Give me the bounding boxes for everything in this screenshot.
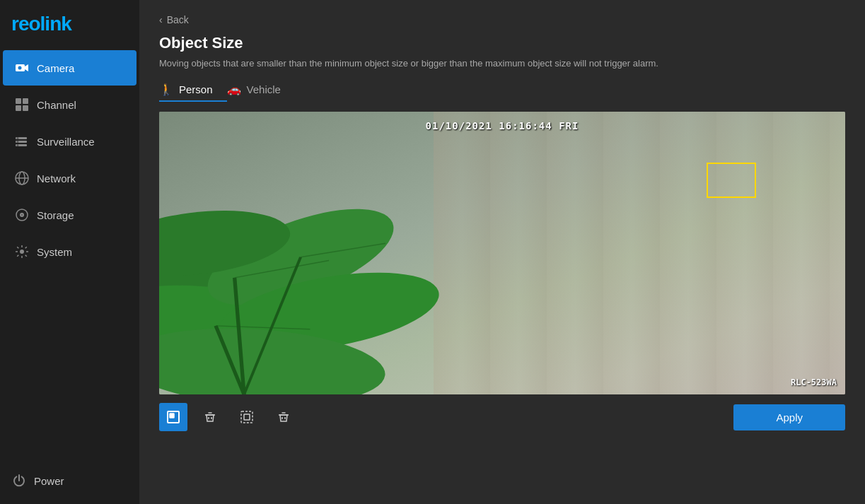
tab-person[interactable]: 🚶 Person [159, 78, 227, 102]
system-icon [14, 244, 30, 259]
toolbar: Apply [159, 403, 845, 431]
tab-vehicle[interactable]: 🚗 Vehicle [227, 78, 295, 102]
sidebar-item-network[interactable]: Network [3, 160, 137, 196]
svg-point-19 [20, 250, 24, 254]
sidebar-item-storage-label: Storage [37, 209, 74, 221]
video-timestamp: 01/10/2021 16:16:44 FRI [426, 120, 579, 131]
page-description: Moving objects that are smaller than the… [159, 58, 845, 69]
svg-rect-38 [244, 414, 250, 420]
sidebar-item-surveillance-label: Surveillance [37, 136, 95, 148]
camera-icon [14, 60, 30, 76]
sidebar: reolink Camera Channel [0, 0, 139, 504]
svg-point-10 [17, 137, 19, 139]
sidebar-item-channel-label: Channel [37, 99, 76, 111]
sidebar-item-camera-label: Camera [37, 62, 74, 74]
sidebar-spacer [0, 270, 139, 463]
sidebar-item-camera[interactable]: Camera [3, 50, 137, 86]
svg-point-2 [18, 66, 22, 70]
tabs: 🚶 Person 🚗 Vehicle [159, 78, 845, 102]
back-chevron-icon: ‹ [159, 14, 163, 25]
svg-rect-4 [23, 98, 28, 104]
surveillance-icon [14, 134, 30, 149]
storage-icon [14, 207, 30, 223]
back-button[interactable]: ‹ Back [159, 14, 845, 25]
min-box-button[interactable] [159, 403, 187, 431]
svg-rect-37 [241, 411, 252, 423]
back-label: Back [167, 14, 189, 25]
logo-area: reolink [0, 0, 139, 49]
svg-point-12 [17, 144, 19, 146]
bounding-box[interactable] [707, 163, 756, 198]
svg-rect-5 [16, 105, 21, 111]
power-icon [11, 473, 27, 488]
power-label: Power [34, 475, 64, 487]
svg-rect-33 [170, 414, 174, 418]
page-title: Object Size [159, 34, 845, 52]
sidebar-item-system-label: System [37, 246, 72, 258]
apply-button[interactable]: Apply [733, 404, 845, 430]
camera-id-label: RLC-523WA [791, 377, 837, 387]
vehicle-icon: 🚗 [227, 83, 241, 96]
tab-person-label: Person [179, 83, 213, 95]
power-item[interactable]: Power [0, 463, 139, 498]
channel-icon [14, 97, 30, 112]
sidebar-item-system[interactable]: System [3, 234, 137, 269]
logo: reolink [11, 13, 128, 35]
svg-point-11 [17, 141, 19, 143]
person-icon: 🚶 [159, 83, 173, 96]
main-content: ‹ Back Object Size Moving objects that a… [139, 0, 865, 504]
tab-vehicle-label: Vehicle [247, 83, 281, 95]
network-icon [14, 170, 30, 186]
max-box-button[interactable] [233, 403, 261, 431]
sidebar-item-channel[interactable]: Channel [3, 87, 137, 122]
sidebar-item-storage[interactable]: Storage [3, 197, 137, 233]
delete-max-button[interactable] [269, 403, 298, 431]
svg-rect-6 [23, 105, 28, 111]
video-background: 01/10/2021 16:16:44 FRI RLC-523WA [159, 112, 845, 394]
delete-min-button[interactable] [196, 403, 224, 431]
svg-rect-3 [16, 98, 21, 104]
svg-point-18 [21, 214, 23, 216]
video-preview: 01/10/2021 16:16:44 FRI RLC-523WA [159, 112, 845, 394]
sidebar-item-network-label: Network [37, 172, 76, 184]
svg-marker-1 [25, 64, 28, 71]
sidebar-item-surveillance[interactable]: Surveillance [3, 124, 137, 159]
plant-overlay [159, 154, 537, 394]
